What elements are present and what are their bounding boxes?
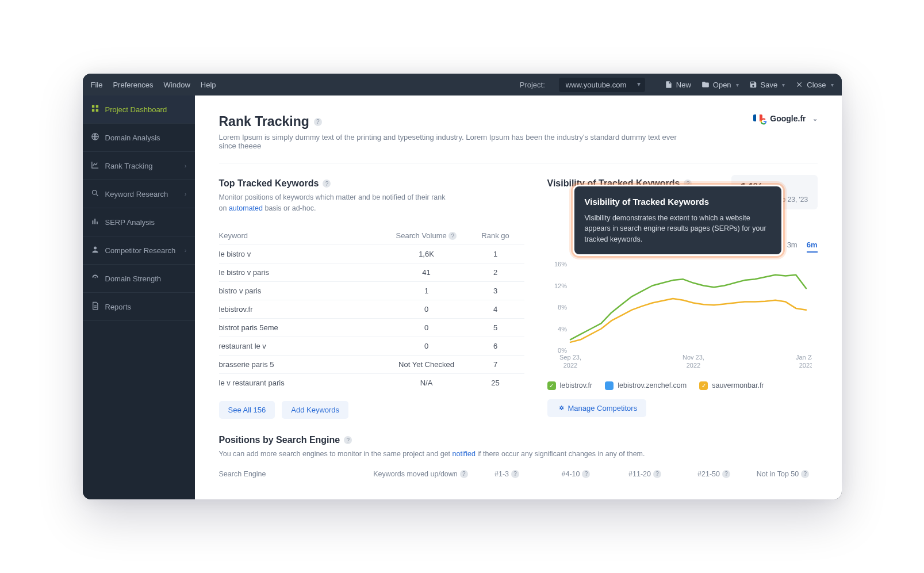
- svg-text:2022: 2022: [563, 362, 577, 369]
- legend-item[interactable]: ✓sauvermonbar.fr: [699, 381, 764, 390]
- table-row[interactable]: le bistro v1,6K1: [219, 245, 524, 263]
- table-row[interactable]: lebistrov.fr04: [219, 300, 524, 318]
- manage-competitors-button[interactable]: Manage Competitors: [547, 399, 647, 417]
- sidebar-item-label: Competitor Research: [105, 246, 176, 255]
- svg-rect-1: [95, 105, 98, 108]
- action-new[interactable]: New: [665, 81, 691, 89]
- help-icon[interactable]: ?: [653, 470, 661, 478]
- cell-keyword: bistrot paris 5eme: [219, 323, 386, 332]
- search-engine-selector[interactable]: Google.fr ⌄: [753, 114, 817, 123]
- sidebar-item-competitor-research[interactable]: Competitor Research›: [83, 236, 195, 265]
- cell-rank: 5: [467, 323, 524, 332]
- tooltip-body: Visibility demonstrates the extent to wh…: [585, 213, 771, 245]
- cell-rank: 25: [467, 379, 524, 387]
- svg-text:Sep 23,: Sep 23,: [559, 354, 581, 361]
- cell-keyword: bistro v paris: [219, 286, 386, 295]
- svg-text:2022: 2022: [686, 362, 700, 369]
- sidebar-item-label: Domain Strength: [105, 274, 162, 283]
- table-row[interactable]: restaurant le v06: [219, 337, 524, 355]
- table-row[interactable]: le v restaurant parisN/A25: [219, 373, 524, 392]
- cell-keyword: le v restaurant paris: [219, 379, 386, 387]
- project-label: Project:: [520, 81, 545, 89]
- period-tab-3m[interactable]: 3m: [787, 240, 798, 253]
- svg-text:12%: 12%: [554, 282, 566, 289]
- positions-title: Positions by Search Engine ?: [219, 435, 818, 445]
- automated-link[interactable]: automated: [229, 204, 263, 212]
- see-all-button[interactable]: See All 156: [219, 401, 275, 419]
- sidebar-item-project-dashboard[interactable]: Project Dashboard: [83, 96, 195, 124]
- cell-volume: 1: [386, 286, 467, 295]
- action-close[interactable]: Close▾: [795, 81, 833, 89]
- table-row[interactable]: bistrot paris 5eme05: [219, 318, 524, 337]
- keyword-table: Keyword Search Volume ? Rank go le bistr…: [219, 227, 524, 392]
- sidebar: Project DashboardDomain AnalysisRank Tra…: [83, 96, 195, 499]
- file-new-icon: [665, 81, 673, 89]
- sidebar-item-label: Project Dashboard: [105, 105, 167, 114]
- tracked-keywords-title: Top Tracked Keywords ?: [219, 178, 524, 189]
- menu-preferences[interactable]: Preferences: [113, 81, 153, 89]
- add-keywords-button[interactable]: Add Keywords: [282, 401, 348, 419]
- cell-volume: 1,6K: [386, 250, 467, 258]
- table-row[interactable]: le bistro v paris412: [219, 263, 524, 281]
- gauge-icon: [91, 273, 99, 284]
- period-tab-6m[interactable]: 6m: [807, 240, 818, 253]
- bars-icon: [91, 217, 99, 227]
- cell-keyword: brasserie paris 5: [219, 360, 386, 369]
- action-save[interactable]: Save▾: [749, 81, 785, 89]
- legend-checkbox-icon: ✓: [547, 381, 556, 390]
- help-icon[interactable]: ?: [344, 436, 352, 444]
- sidebar-item-keyword-research[interactable]: Keyword Research›: [83, 180, 195, 208]
- legend-checkbox-icon: [605, 381, 614, 390]
- project-value: www.youtube.com: [566, 81, 627, 89]
- sidebar-item-label: Rank Tracking: [105, 162, 153, 170]
- cell-keyword: le bistro v paris: [219, 268, 386, 277]
- cell-rank: 2: [467, 268, 524, 277]
- positions-col: Keywords moved up/down ?: [369, 470, 473, 478]
- cell-rank: 1: [467, 250, 524, 258]
- sidebar-item-domain-analysis[interactable]: Domain Analysis: [83, 124, 195, 152]
- svg-rect-0: [91, 105, 94, 108]
- legend-item[interactable]: lebistrov.zenchef.com: [605, 381, 687, 390]
- cell-volume: 0: [386, 305, 467, 314]
- cell-volume: Not Yet Checked: [386, 360, 467, 369]
- sidebar-item-domain-strength[interactable]: Domain Strength: [83, 265, 195, 293]
- tooltip-title: Visibility of Tracked Keywords: [585, 196, 771, 209]
- svg-rect-7: [94, 219, 95, 224]
- help-icon[interactable]: ?: [801, 470, 809, 478]
- table-row[interactable]: brasserie paris 5Not Yet Checked7: [219, 355, 524, 373]
- sidebar-item-reports[interactable]: Reports: [83, 293, 195, 321]
- cell-keyword: restaurant le v: [219, 342, 386, 350]
- help-icon[interactable]: ?: [323, 179, 331, 188]
- sidebar-item-rank-tracking[interactable]: Rank Tracking›: [83, 152, 195, 180]
- help-icon[interactable]: ?: [460, 470, 468, 478]
- cell-rank: 7: [467, 360, 524, 369]
- action-open[interactable]: Open▾: [701, 81, 739, 89]
- help-icon[interactable]: ?: [511, 470, 519, 478]
- positions-col: Search Engine: [219, 470, 369, 478]
- project-select[interactable]: www.youtube.com: [559, 78, 645, 92]
- legend-item[interactable]: ✓lebistrov.fr: [547, 381, 593, 390]
- notified-link[interactable]: notified: [453, 450, 476, 458]
- menu-file[interactable]: File: [91, 81, 103, 89]
- sidebar-item-label: Keyword Research: [105, 190, 168, 198]
- positions-col: Not in Top 50 ?: [749, 470, 818, 478]
- cell-volume: 0: [386, 342, 467, 350]
- positions-col: #1-3 ?: [473, 470, 542, 478]
- page-subtitle: Lorem Ipsum is simply dummy text of the …: [219, 133, 691, 150]
- sidebar-item-serp-analysis[interactable]: SERP Analysis: [83, 208, 195, 236]
- help-icon[interactable]: ?: [582, 470, 590, 478]
- cell-keyword: le bistro v: [219, 250, 386, 258]
- cell-volume: 0: [386, 323, 467, 332]
- svg-text:Jan 23,: Jan 23,: [795, 354, 811, 361]
- menu-window[interactable]: Window: [164, 81, 190, 89]
- chart-line-icon: [91, 161, 99, 171]
- help-icon[interactable]: ?: [314, 118, 322, 126]
- table-row[interactable]: bistro v paris13: [219, 281, 524, 300]
- svg-rect-6: [92, 220, 93, 224]
- help-icon[interactable]: ?: [448, 232, 457, 240]
- sidebar-item-label: Reports: [105, 303, 132, 311]
- menu-help[interactable]: Help: [201, 81, 216, 89]
- visibility-chart: 0%4%8%12%16%Sep 23,2022Nov 23,2022Jan 23…: [547, 258, 812, 373]
- search-icon: [91, 189, 99, 199]
- help-icon[interactable]: ?: [722, 470, 730, 478]
